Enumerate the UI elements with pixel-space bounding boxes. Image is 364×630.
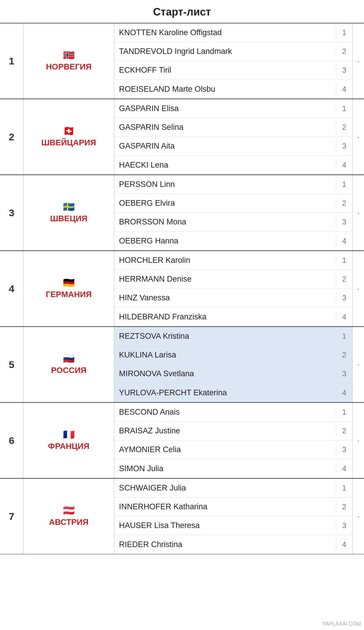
athlete-order-number: 3 xyxy=(336,520,352,531)
team-block-7: 7🇦🇹АВСТРИЯSCHWAIGER Julia1INNERHOFER Kat… xyxy=(0,479,364,554)
athlete-row: ECKHOFF Tiril3 xyxy=(114,61,352,80)
athlete-order-number: 4 xyxy=(336,84,352,95)
athlete-order-number: 1 xyxy=(336,406,352,418)
athlete-order-number: 1 xyxy=(336,179,352,190)
dash-separator: - xyxy=(352,403,364,478)
athlete-order-number: 2 xyxy=(336,425,352,437)
athlete-row: KNOTTEN Karoline Offigstad1 xyxy=(114,23,352,42)
athlete-row: BESCOND Anais1 xyxy=(114,403,352,422)
athlete-name: HAUSER Lisa Theresa xyxy=(114,517,336,534)
athlete-row: HAUSER Lisa Theresa3 xyxy=(114,516,352,535)
athlete-order-number: 4 xyxy=(336,463,352,474)
athlete-name: GASPARIN Elisa xyxy=(114,101,336,117)
athletes-list-2: GASPARIN Elisa1GASPARIN Selina2GASPARIN … xyxy=(114,99,352,174)
athlete-name: SIMON Julia xyxy=(114,461,336,477)
team-name-6: ФРАНЦИЯ xyxy=(48,442,89,451)
team-info-1: 🇳🇴НОРВЕГИЯ xyxy=(23,23,114,98)
team-name-4: ГЕРМАНИЯ xyxy=(46,290,92,299)
team-info-6: 🇫🇷ФРАНЦИЯ xyxy=(23,403,114,478)
athlete-name: MIRONOVA Svetlana xyxy=(114,366,336,382)
athlete-row: GASPARIN Elisa1 xyxy=(114,99,352,118)
athlete-row: HINZ Vanessa3 xyxy=(114,289,352,307)
athlete-name: OEBERG Hanna xyxy=(114,233,336,249)
athlete-name: GASPARIN Selina xyxy=(114,119,336,135)
team-block-3: 3🇸🇪ШВЕЦИЯPERSSON Linn1OEBERG Elvira2BROR… xyxy=(0,175,364,251)
athlete-row: TANDREVOLD Ingrid Landmark2 xyxy=(114,42,352,61)
athlete-name: KUKLINA Larisa xyxy=(114,347,336,363)
athlete-name: SCHWAIGER Julia xyxy=(114,480,336,496)
team-number-3: 3 xyxy=(0,175,23,250)
athlete-name: AYMONIER Celia xyxy=(114,442,336,458)
athlete-row: AYMONIER Celia3 xyxy=(114,440,352,459)
athlete-name: TANDREVOLD Ingrid Landmark xyxy=(114,43,336,59)
team-name-5: РОССИЯ xyxy=(51,366,86,375)
athlete-order-number: 1 xyxy=(336,255,352,266)
athletes-list-7: SCHWAIGER Julia1INNERHOFER Katharina2HAU… xyxy=(114,479,352,554)
dash-separator: - xyxy=(352,479,364,554)
team-name-1: НОРВЕГИЯ xyxy=(46,62,92,71)
team-block-5: 5🇷🇺РОССИЯREZTSOVA Kristina1KUKLINA Laris… xyxy=(0,327,364,403)
athlete-name: HAECKI Lena xyxy=(114,157,336,173)
athlete-row: GASPARIN Aita3 xyxy=(114,137,352,156)
athlete-name: ROEISELAND Marte Olsbu xyxy=(114,81,336,97)
athlete-row: OEBERG Elvira2 xyxy=(114,194,352,213)
athlete-name: ECKHOFF Tiril xyxy=(114,62,336,78)
team-block-2: 2🇨🇭ШВЕЙЦАРИЯGASPARIN Elisa1GASPARIN Seli… xyxy=(0,99,364,175)
team-info-7: 🇦🇹АВСТРИЯ xyxy=(23,479,114,554)
athlete-name: REZTSOVA Kristina xyxy=(114,328,336,344)
athlete-name: OEBERG Elvira xyxy=(114,195,336,211)
athlete-order-number: 3 xyxy=(336,140,352,152)
athlete-order-number: 3 xyxy=(336,292,352,304)
athlete-name: GASPARIN Aita xyxy=(114,138,336,154)
team-name-3: ШВЕЦИЯ xyxy=(50,214,88,223)
athletes-list-1: KNOTTEN Karoline Offigstad1TANDREVOLD In… xyxy=(114,23,352,98)
athlete-order-number: 3 xyxy=(336,216,352,228)
athlete-order-number: 3 xyxy=(336,368,352,379)
watermark: YAPLAXAI.COM xyxy=(322,621,361,627)
athlete-name: KNOTTEN Karoline Offigstad xyxy=(114,25,336,41)
athlete-row: PERSSON Linn1 xyxy=(114,175,352,194)
athletes-list-3: PERSSON Linn1OEBERG Elvira2BRORSSON Mona… xyxy=(114,175,352,250)
team-info-3: 🇸🇪ШВЕЦИЯ xyxy=(23,175,114,250)
team-number-6: 6 xyxy=(0,403,23,478)
athlete-row: SIMON Julia4 xyxy=(114,459,352,478)
team-block-1: 1🇳🇴НОРВЕГИЯKNOTTEN Karoline Offigstad1TA… xyxy=(0,23,364,99)
team-flag-1: 🇳🇴 xyxy=(63,50,75,60)
team-flag-5: 🇷🇺 xyxy=(63,354,75,363)
team-number-1: 1 xyxy=(0,23,23,98)
team-name-2: ШВЕЙЦАРИЯ xyxy=(41,138,96,147)
team-flag-2: 🇨🇭 xyxy=(63,126,75,136)
team-block-4: 4🇩🇪ГЕРМАНИЯHORCHLER Karolin1HERRMANN Den… xyxy=(0,251,364,327)
athlete-row: GASPARIN Selina2 xyxy=(114,118,352,137)
athlete-order-number: 2 xyxy=(336,197,352,209)
athlete-order-number: 1 xyxy=(336,103,352,114)
athlete-row: ROEISELAND Marte Olsbu4 xyxy=(114,80,352,98)
athletes-list-5: REZTSOVA Kristina1KUKLINA Larisa2MIRONOV… xyxy=(114,327,352,402)
athlete-row: HERRMANN Denise2 xyxy=(114,270,352,289)
dash-separator: - xyxy=(352,99,364,174)
athlete-name: HILDEBRAND Franziska xyxy=(114,309,336,325)
team-number-5: 5 xyxy=(0,327,23,402)
athlete-row: RIEDER Christina4 xyxy=(114,535,352,554)
athlete-order-number: 2 xyxy=(336,122,352,133)
page-title: Старт-лист xyxy=(0,0,364,23)
athlete-name: HORCHLER Karolin xyxy=(114,252,336,268)
athlete-name: BRORSSON Mona xyxy=(114,214,336,230)
athlete-order-number: 2 xyxy=(336,273,352,285)
athlete-order-number: 3 xyxy=(336,64,352,76)
athlete-order-number: 4 xyxy=(336,387,352,399)
team-number-2: 2 xyxy=(0,99,23,174)
athlete-order-number: 4 xyxy=(336,311,352,323)
team-info-2: 🇨🇭ШВЕЙЦАРИЯ xyxy=(23,99,114,174)
dash-separator: - xyxy=(352,251,364,326)
athlete-row: BRAISAZ Justine2 xyxy=(114,422,352,440)
athlete-order-number: 3 xyxy=(336,444,352,455)
athlete-row: BRORSSON Mona3 xyxy=(114,213,352,231)
dash-separator: - xyxy=(352,175,364,250)
athlete-order-number: 4 xyxy=(336,159,352,171)
athlete-name: HERRMANN Denise xyxy=(114,271,336,287)
athlete-order-number: 4 xyxy=(336,235,352,247)
athlete-order-number: 2 xyxy=(336,349,352,361)
team-flag-3: 🇸🇪 xyxy=(63,202,75,212)
athlete-name: YURLOVA-PERCHT Ekaterina xyxy=(114,385,336,401)
